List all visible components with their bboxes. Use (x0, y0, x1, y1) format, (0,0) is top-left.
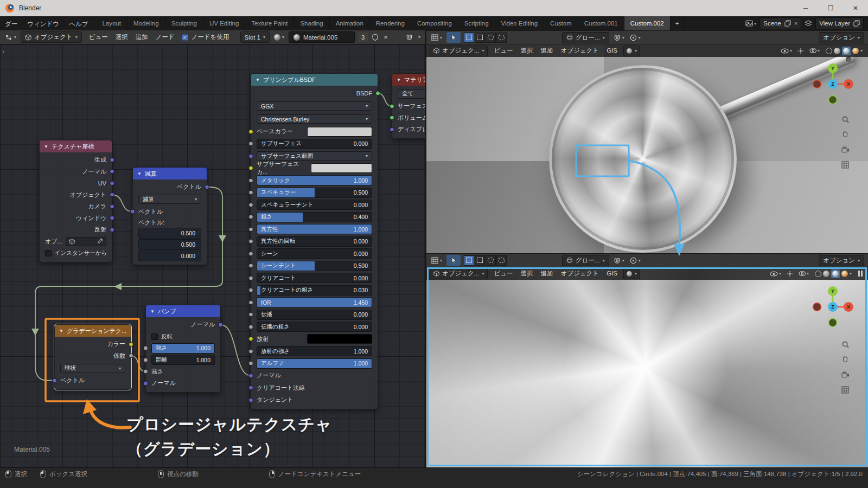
editor-type-3d-icon[interactable]: ▾ (430, 257, 443, 264)
socket-value[interactable] (248, 312, 253, 317)
tab-Custom.001[interactable]: Custom.001 (578, 16, 624, 30)
shading-solid-icon[interactable] (823, 271, 829, 277)
node-header[interactable]: ▼ マテリアル (392, 74, 425, 86)
tab-Custom[interactable]: Custom (544, 16, 578, 30)
tab-Compositing[interactable]: Compositing (411, 16, 458, 30)
socket-vector[interactable] (218, 322, 223, 327)
socket-vector[interactable] (248, 153, 253, 158)
close-button[interactable]: ✕ (843, 0, 868, 16)
invert-checkbox[interactable] (151, 333, 158, 340)
socket-value[interactable] (143, 346, 148, 351)
snap-magnet-icon[interactable] (405, 34, 414, 41)
node-editor-canvas[interactable]: › ▼ テクスチャ座標 生成ノーマルUVオブジェクトカメラウィンドウ反射オブ..… (0, 44, 425, 467)
socket-vector[interactable] (110, 192, 114, 197)
select-mode-circle[interactable] (486, 33, 496, 43)
snap-magnet-toggle[interactable]: ▾ (612, 34, 626, 41)
node-header[interactable]: ▼ バンプ (146, 305, 220, 317)
viewport-menu-追加[interactable]: 追加 (537, 47, 557, 54)
collapse-triangle-icon[interactable]: ▼ (44, 144, 48, 149)
mode-dropdown[interactable]: オブジェク...▾ (430, 46, 488, 56)
camera-view-icon[interactable] (839, 368, 852, 381)
slider-クリアコート[interactable]: クリアコート0.000 (257, 273, 372, 283)
shader-menu-ビュー[interactable]: ビュー (85, 34, 112, 40)
collapse-triangle-icon[interactable]: ▼ (137, 171, 142, 176)
node-header[interactable]: ▼ グラデーションテク... (55, 325, 131, 337)
socket-vector[interactable] (110, 169, 114, 174)
socket-value[interactable] (248, 288, 253, 293)
topbar-menu-ダー[interactable]: ダー (0, 21, 22, 27)
shading-solid-icon[interactable] (834, 48, 840, 54)
visibility-eye-icon[interactable]: ▾ (768, 271, 783, 277)
slider-メタリック[interactable]: メタリック1.000 (257, 175, 372, 185)
shading-wireframe-icon[interactable] (815, 271, 821, 277)
viewport-menu-ビュー[interactable]: ビュー (490, 270, 516, 277)
collapse-triangle-icon[interactable]: ▼ (256, 78, 260, 82)
tab-Custom.002[interactable]: Custom.002 (624, 16, 671, 30)
slider-シーンチント[interactable]: シーンチント0.500 (257, 261, 372, 271)
browse-material-icon[interactable]: ▾ (273, 34, 285, 41)
viewport-menu-オブジェクト[interactable]: オブジェクト (557, 47, 603, 54)
node-material-output[interactable]: ▼ マテリアル 全て▾サーフェスボリュームディスプレ... (392, 73, 425, 139)
slider-異方性[interactable]: 異方性1.000 (257, 224, 372, 234)
snap-dropdown-icon[interactable]: ▾ (417, 35, 422, 40)
socket-value[interactable] (248, 264, 253, 268)
slider-スペキュラーチント[interactable]: スペキュラーチント0.000 (257, 200, 372, 210)
socket-vector[interactable] (110, 157, 114, 162)
shading-material-active[interactable] (831, 269, 840, 278)
snap-magnet-toggle[interactable]: ▾ (612, 257, 626, 264)
node-header[interactable]: ▼ テクスチャ座標 (40, 140, 112, 152)
slider-シーン[interactable]: シーン0.000 (257, 248, 372, 259)
socket-vector[interactable] (248, 373, 253, 378)
collapse-triangle-icon[interactable]: ▼ (59, 329, 63, 333)
pan-hand-icon[interactable] (839, 353, 852, 366)
show-overlays-icon[interactable]: ▾ (797, 271, 810, 277)
slot-dropdown[interactable]: Slot 1▾ (240, 31, 270, 43)
slider-IOR[interactable]: IOR1.450 (257, 297, 372, 307)
slider-放射の強さ[interactable]: 放射の強さ1.000 (257, 346, 372, 356)
vector-value-1[interactable]: 0.500 (138, 239, 201, 250)
tab-Layout[interactable]: Layout (96, 16, 127, 30)
select-mode-box[interactable] (475, 255, 485, 266)
tab-Video Editing[interactable]: Video Editing (495, 16, 545, 30)
options-dropdown[interactable]: オプション▾ (819, 32, 864, 43)
socket-vector[interactable] (110, 216, 114, 221)
topbar-menu-ヘルプ[interactable]: ヘルプ (64, 21, 93, 27)
options-dropdown[interactable]: オプション▾ (819, 255, 864, 266)
socket-color[interactable] (248, 337, 253, 342)
topbar-menu-ウィンドウ[interactable]: ウィンドウ (22, 21, 64, 27)
node-bump[interactable]: ▼ バンプ ノーマル反転強さ1.000距離1.000高さノーマル (145, 305, 221, 393)
mode-dropdown[interactable]: オブジェク...▾ (430, 268, 488, 279)
socket-value[interactable] (248, 190, 253, 195)
orientation-dropdown[interactable]: グロー...▾ (562, 32, 609, 43)
gizmo-dropdown[interactable]: ▾ (623, 268, 640, 279)
dropdown-Christensen-Burley[interactable]: Christensen-Burley▾ (257, 114, 372, 124)
target-dropdown[interactable]: 全て▾ (398, 89, 425, 99)
socket-vector[interactable] (130, 209, 135, 214)
socket-vector[interactable] (248, 386, 253, 390)
toggle-perspective-grid-icon[interactable] (839, 383, 852, 396)
socket-shader[interactable] (375, 91, 380, 96)
proportional-editing-toggle[interactable]: ▾ (629, 257, 642, 264)
region-expand-chevron[interactable]: › (2, 48, 4, 55)
material-name-field[interactable]: Material.005 (289, 31, 355, 43)
dropdown-GGX[interactable]: GGX▾ (257, 101, 372, 111)
socket-vector[interactable] (143, 381, 148, 386)
socket-value[interactable] (248, 178, 253, 183)
socket-vector[interactable] (110, 227, 114, 232)
viewport-menu-GIS[interactable]: GIS (603, 270, 621, 277)
shader-menu-ノード[interactable]: ノード (152, 34, 178, 40)
dropdown-サブサーフェス範囲[interactable]: サブサーフェス範囲▾ (257, 151, 372, 160)
slider-距離[interactable]: 距離1.000 (151, 355, 215, 365)
socket-vector[interactable] (110, 181, 114, 185)
viewport-menu-選択[interactable]: 選択 (517, 47, 537, 54)
slider-アルファ[interactable]: アルファ1.000 (257, 358, 372, 369)
tab-Rendering[interactable]: Rendering (370, 16, 411, 30)
slider-粗さ[interactable]: 粗さ0.400 (257, 212, 372, 222)
viewport-menu-オブジェクト[interactable]: オブジェクト (557, 270, 603, 277)
slider-スペキュラー[interactable]: スペキュラー0.500 (257, 188, 372, 198)
socket-value[interactable] (248, 227, 253, 232)
socket-value[interactable] (143, 357, 148, 362)
socket-value[interactable] (248, 215, 253, 220)
node-texture-coordinate[interactable]: ▼ テクスチャ座標 生成ノーマルUVオブジェクトカメラウィンドウ反射オブ...イ… (39, 140, 112, 262)
visibility-eye-icon[interactable]: ▾ (779, 48, 794, 54)
